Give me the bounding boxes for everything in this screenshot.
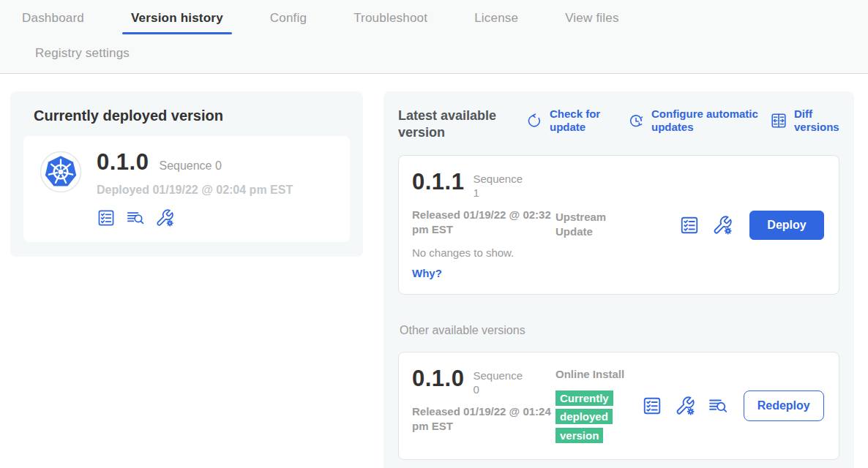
other-version-actions: Redeploy: [642, 390, 824, 421]
available-header: Latest available version Check for updat…: [398, 107, 839, 140]
app-nav: Dashboard Version history Config Trouble…: [0, 0, 868, 74]
other-version-card: 0.1.0 Sequence 0 Released 01/19/22 @ 01:…: [398, 352, 839, 460]
tab-view-files[interactable]: View files: [565, 11, 619, 26]
latest-released-timestamp: Released 01/19/22 @ 02:32 pm EST: [412, 208, 555, 238]
tab-dashboard[interactable]: Dashboard: [22, 11, 84, 26]
deployed-actions: [97, 208, 293, 227]
main-content: Currently deployed version: [0, 74, 868, 468]
latest-source-label: Upstream Update: [555, 210, 629, 238]
tab-troubleshoot[interactable]: Troubleshoot: [353, 11, 427, 26]
tab-config[interactable]: Config: [270, 11, 307, 26]
other-available-versions-title: Other available versions: [400, 324, 839, 337]
preflight-checks-icon[interactable]: [679, 215, 700, 235]
other-released-timestamp: Released 01/19/22 @ 01:24 pm EST: [412, 404, 555, 434]
version-row: 0.1.0 Sequence 0: [412, 367, 555, 397]
view-logs-icon[interactable]: [126, 208, 145, 227]
latest-sequence-label: Sequence 1: [473, 173, 525, 200]
kubernetes-logo-icon: [40, 151, 82, 193]
diff-versions-label: Diff versions: [794, 107, 839, 134]
version-row: 0.1.0 Sequence 0: [97, 151, 293, 175]
diff-versions-icon: [770, 112, 787, 129]
view-logs-icon[interactable]: [708, 396, 728, 416]
currently-deployed-badge: Currently deployed version: [555, 390, 613, 443]
deployed-version-info: 0.1.0 Sequence 0 Deployed 01/19/22 @ 02:…: [97, 151, 293, 227]
edit-config-icon[interactable]: [712, 215, 733, 235]
deploy-button[interactable]: Deploy: [749, 211, 823, 240]
nav-row-2: Registry settings: [0, 44, 868, 63]
other-source-column: Online Install Currently deployed versio…: [555, 367, 629, 445]
edit-config-icon[interactable]: [675, 396, 695, 416]
preflight-checks-icon[interactable]: [642, 396, 662, 416]
check-for-update-label: Check for update: [550, 107, 611, 134]
other-version-number: 0.1.0: [412, 367, 464, 391]
currently-deployed-title: Currently deployed version: [34, 107, 350, 124]
why-link[interactable]: Why?: [412, 267, 555, 279]
preflight-checks-icon[interactable]: [97, 208, 116, 227]
other-version-info: 0.1.0 Sequence 0 Released 01/19/22 @ 01:…: [412, 367, 555, 434]
version-row: 0.1.1 Sequence 1: [412, 170, 555, 200]
configure-automatic-updates-link[interactable]: Configure automatic updates: [627, 107, 770, 134]
latest-version-actions: Deploy: [679, 211, 823, 240]
configure-automatic-updates-label: Configure automatic updates: [651, 107, 770, 134]
other-source-label: Online Install: [555, 367, 629, 382]
other-sequence-label: Sequence 0: [473, 369, 525, 397]
currently-deployed-badge-wrap: Currently deployed version: [555, 389, 618, 445]
currently-deployed-panel: Currently deployed version: [10, 91, 363, 257]
tab-registry-settings[interactable]: Registry settings: [35, 46, 130, 61]
deployed-version-card: 0.1.0 Sequence 0 Deployed 01/19/22 @ 02:…: [23, 136, 350, 242]
latest-version-card: 0.1.1 Sequence 1 Released 01/19/22 @ 02:…: [398, 155, 839, 295]
deployed-version-number: 0.1.0: [97, 151, 149, 175]
available-versions-panel: Latest available version Check for updat…: [384, 91, 854, 468]
edit-config-icon[interactable]: [155, 208, 174, 227]
tab-version-history[interactable]: Version history: [131, 11, 223, 26]
redeploy-button[interactable]: Redeploy: [744, 390, 824, 421]
diff-versions-link[interactable]: Diff versions: [770, 107, 839, 134]
latest-version-number: 0.1.1: [412, 170, 464, 195]
auto-updates-icon: [627, 112, 645, 129]
deployed-timestamp: Deployed 01/19/22 @ 02:04 pm EST: [97, 184, 293, 197]
nav-row-1: Dashboard Version history Config Trouble…: [0, 9, 868, 28]
latest-version-info: 0.1.1 Sequence 1 Released 01/19/22 @ 02:…: [412, 170, 555, 279]
check-update-icon: [525, 112, 543, 129]
check-for-update-link[interactable]: Check for update: [525, 107, 611, 134]
tab-license[interactable]: License: [474, 11, 518, 26]
no-changes-note: No changes to show.: [412, 246, 555, 259]
latest-available-title: Latest available version: [398, 107, 509, 140]
deployed-sequence-label: Sequence 0: [159, 159, 221, 173]
